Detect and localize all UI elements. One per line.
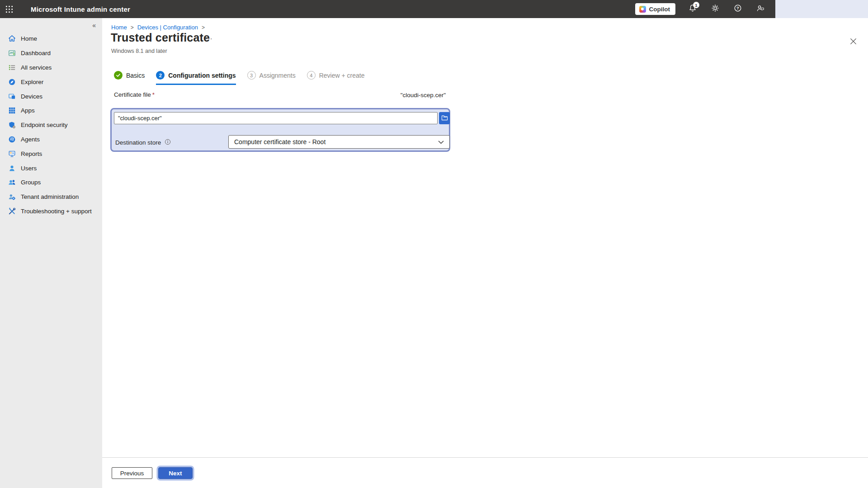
tab-assignments[interactable]: 3 Assignments bbox=[247, 71, 296, 84]
sidebar-item-home[interactable]: Home bbox=[0, 32, 102, 46]
title-overflow-button[interactable]: … bbox=[205, 33, 213, 41]
sidebar-item-label: Troubleshooting + support bbox=[21, 208, 92, 215]
app-title: Microsoft Intune admin center bbox=[31, 5, 130, 13]
sidebar-item-users[interactable]: Users bbox=[0, 161, 102, 175]
sidebar-item-devices[interactable]: Devices bbox=[0, 89, 102, 103]
destination-store-dropdown[interactable]: Computer certificate store - Root bbox=[228, 135, 450, 149]
footer-divider bbox=[102, 457, 868, 458]
topbar-actions: Copilot 1 bbox=[635, 0, 770, 18]
help-button[interactable]: ? bbox=[729, 0, 747, 18]
close-blade-button[interactable] bbox=[847, 36, 859, 48]
previous-button[interactable]: Previous bbox=[112, 467, 152, 479]
copilot-icon bbox=[639, 6, 646, 13]
main-content: Home > Devices | Configuration > Trusted… bbox=[102, 18, 868, 488]
dashboard-icon bbox=[8, 49, 16, 57]
explorer-icon bbox=[8, 78, 16, 86]
app-launcher-button[interactable] bbox=[0, 0, 18, 18]
svg-text:?: ? bbox=[736, 5, 739, 10]
certificate-file-input[interactable] bbox=[114, 112, 438, 124]
tab-configuration-settings[interactable]: 2 Configuration settings bbox=[156, 71, 236, 85]
breadcrumb-devices-configuration-link[interactable]: Devices | Configuration bbox=[137, 24, 198, 31]
sidebar-item-agents[interactable]: Agents bbox=[0, 132, 102, 147]
tenant-administration-icon bbox=[8, 192, 16, 201]
info-icon[interactable] bbox=[165, 139, 171, 146]
sidebar-item-explorer[interactable]: Explorer bbox=[0, 75, 102, 89]
topbar-light-region bbox=[775, 0, 868, 18]
tab-label: Review + create bbox=[319, 72, 365, 79]
settings-button[interactable] bbox=[706, 0, 724, 18]
feedback-button[interactable] bbox=[751, 0, 769, 18]
sidebar-item-tenant-administration[interactable]: Tenant administration bbox=[0, 190, 102, 204]
sidebar-item-label: Apps bbox=[21, 107, 35, 114]
apps-icon bbox=[8, 106, 16, 115]
certificate-file-label: Certificate file* bbox=[114, 91, 155, 98]
intune-admin-center-screen: Microsoft Intune admin center Copilot 1 bbox=[0, 0, 868, 488]
sidebar-item-endpoint-security[interactable]: Endpoint security bbox=[0, 118, 102, 132]
devices-icon bbox=[8, 92, 16, 101]
breadcrumb-home-link[interactable]: Home bbox=[111, 24, 127, 31]
tab-basics[interactable]: Basics bbox=[114, 71, 145, 84]
sidebar-item-label: Dashboard bbox=[21, 50, 51, 56]
tab-review-create[interactable]: 4 Review + create bbox=[307, 71, 365, 84]
tab-label: Configuration settings bbox=[168, 72, 236, 79]
notification-badge: 1 bbox=[693, 2, 699, 8]
folder-icon bbox=[441, 115, 448, 122]
sidebar-item-label: Devices bbox=[21, 93, 42, 100]
reports-icon bbox=[8, 150, 16, 158]
drag-file-ghost-text: "cloudi-scep.cer" bbox=[114, 92, 446, 99]
step-complete-check-icon bbox=[114, 71, 123, 80]
sidebar-item-label: Agents bbox=[21, 136, 40, 143]
sidebar-item-all-services[interactable]: All services bbox=[0, 61, 102, 75]
agents-icon bbox=[8, 135, 16, 144]
dropdown-value: Computer certificate store - Root bbox=[234, 138, 326, 145]
troubleshooting-icon bbox=[8, 207, 16, 216]
sidebar-item-dashboard[interactable]: Dashboard bbox=[0, 46, 102, 61]
tab-label: Assignments bbox=[259, 72, 296, 79]
tab-label: Basics bbox=[126, 72, 145, 79]
next-button[interactable]: Next bbox=[158, 467, 193, 479]
page-subtitle: Windows 8.1 and later bbox=[111, 48, 167, 54]
notifications-button[interactable]: 1 bbox=[684, 0, 702, 18]
topbar: Microsoft Intune admin center Copilot 1 bbox=[0, 0, 868, 18]
help-icon: ? bbox=[733, 4, 742, 14]
sidebar-item-label: Tenant administration bbox=[21, 193, 79, 200]
browse-file-button[interactable] bbox=[439, 112, 450, 124]
endpoint-security-icon bbox=[8, 121, 16, 129]
groups-icon bbox=[8, 178, 16, 187]
users-icon bbox=[8, 164, 16, 173]
sidebar-item-reports[interactable]: Reports bbox=[0, 146, 102, 161]
sidebar-item-label: Endpoint security bbox=[21, 122, 68, 128]
sidebar-item-label: All services bbox=[21, 64, 52, 71]
sidebar-collapse-button[interactable]: « bbox=[90, 21, 98, 30]
sidebar-item-troubleshooting-support[interactable]: Troubleshooting + support bbox=[0, 204, 102, 219]
copilot-label: Copilot bbox=[649, 6, 670, 13]
sidebar-item-apps[interactable]: Apps bbox=[0, 103, 102, 118]
sidebar: « Home Dashboard All services Explorer D… bbox=[0, 18, 102, 488]
waffle-icon bbox=[5, 5, 13, 13]
breadcrumb: Home > Devices | Configuration > bbox=[111, 24, 205, 31]
destination-store-label: Destination store bbox=[115, 139, 171, 146]
sidebar-item-groups[interactable]: Groups bbox=[0, 175, 102, 190]
step-number-badge: 2 bbox=[156, 71, 165, 80]
close-icon bbox=[850, 38, 857, 47]
chevron-down-icon bbox=[438, 138, 444, 145]
all-services-icon bbox=[8, 63, 16, 72]
sidebar-item-label: Home bbox=[21, 35, 37, 42]
sidebar-item-label: Users bbox=[21, 165, 37, 172]
required-marker: * bbox=[152, 91, 155, 98]
step-number-badge: 4 bbox=[307, 71, 316, 80]
page-title: Trusted certificate bbox=[111, 31, 210, 44]
sidebar-item-label: Explorer bbox=[21, 79, 43, 85]
wizard-steps: Basics 2 Configuration settings 3 Assign… bbox=[114, 71, 365, 85]
gear-icon bbox=[711, 4, 720, 14]
breadcrumb-separator: > bbox=[202, 24, 205, 31]
breadcrumb-separator: > bbox=[131, 24, 134, 31]
step-number-badge: 3 bbox=[247, 71, 256, 80]
feedback-icon bbox=[756, 4, 765, 15]
home-icon bbox=[8, 34, 16, 43]
sidebar-item-label: Groups bbox=[21, 179, 41, 186]
sidebar-item-label: Reports bbox=[21, 150, 42, 157]
copilot-button[interactable]: Copilot bbox=[635, 3, 676, 15]
certificate-settings-panel: Destination store Computer certificate s… bbox=[110, 108, 450, 152]
